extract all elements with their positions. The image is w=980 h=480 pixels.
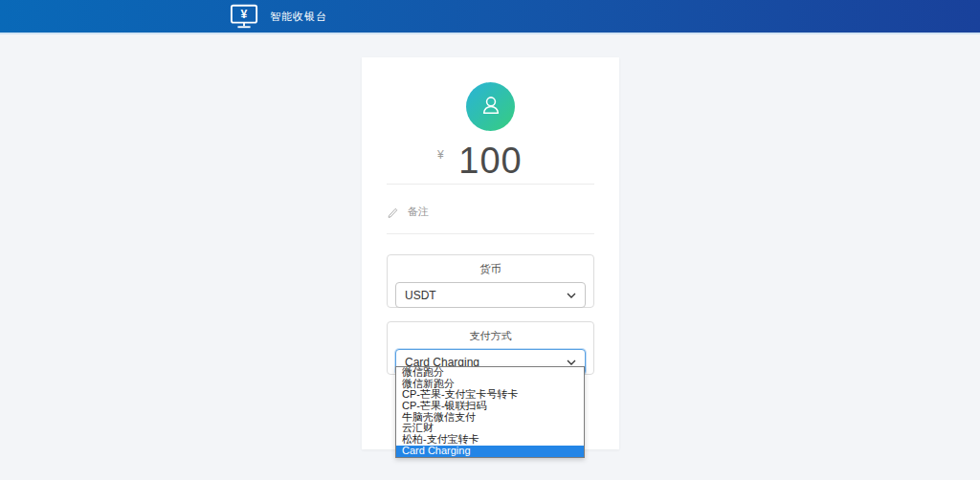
pencil-icon bbox=[387, 206, 399, 218]
dropdown-option[interactable]: Card Charging bbox=[396, 446, 584, 457]
amount-value: 100 bbox=[458, 141, 522, 181]
payment-method-dropdown: 微信跑分 微信新跑分 CP-芒果-支付宝卡号转卡 CP-芒果-银联扫码 牛脑壳微… bbox=[395, 366, 585, 458]
amount-row: ¥ 100 bbox=[387, 137, 594, 185]
remark-field[interactable]: 备注 bbox=[387, 205, 594, 234]
dropdown-option[interactable]: 云汇财 bbox=[396, 423, 584, 434]
monitor-yen-icon: ¥ bbox=[230, 4, 258, 29]
dropdown-option[interactable]: CP-芒果-银联扫码 bbox=[396, 401, 584, 412]
currency-label: 货币 bbox=[395, 262, 586, 276]
currency-symbol: ¥ bbox=[437, 148, 444, 162]
person-icon bbox=[479, 93, 503, 121]
dropdown-option[interactable]: CP-芒果-支付宝卡号转卡 bbox=[396, 389, 584, 401]
dropdown-option[interactable]: 微信跑分 bbox=[396, 367, 584, 379]
payment-method-label: 支付方式 bbox=[395, 329, 586, 343]
dropdown-option[interactable]: 牛脑壳微信支付 bbox=[396, 412, 584, 424]
dropdown-option[interactable]: 微信新跑分 bbox=[396, 379, 584, 390]
currency-selected-value: USDT bbox=[405, 289, 436, 302]
currency-section: 货币 USDT bbox=[387, 254, 594, 308]
chevron-down-icon bbox=[567, 360, 576, 365]
avatar bbox=[466, 82, 515, 131]
remark-label: 备注 bbox=[408, 205, 429, 219]
dropdown-option[interactable]: 松柏-支付宝转卡 bbox=[396, 434, 584, 446]
app-header: ¥ 智能收银台 bbox=[0, 0, 980, 34]
brand: ¥ 智能收银台 bbox=[230, 4, 327, 29]
svg-text:¥: ¥ bbox=[241, 8, 248, 21]
chevron-down-icon bbox=[567, 293, 576, 298]
currency-select[interactable]: USDT bbox=[395, 282, 586, 308]
brand-title: 智能收银台 bbox=[270, 10, 327, 24]
